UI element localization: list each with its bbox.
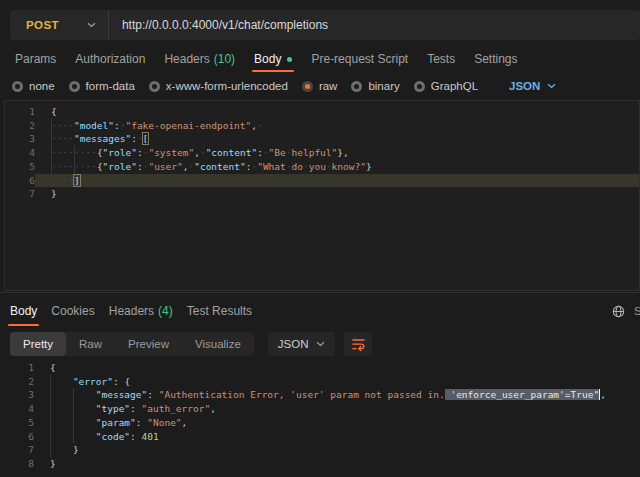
- view-visualize[interactable]: Visualize: [182, 332, 254, 356]
- token-pun: :·: [114, 120, 125, 131]
- whitespace-dot: ·: [326, 161, 332, 172]
- indent-guide: [51, 132, 52, 146]
- method-selector[interactable]: POST: [10, 19, 96, 31]
- code-line: 2 "error": {: [4, 375, 640, 389]
- tab-headers[interactable]: Headers(10): [164, 46, 235, 72]
- indent-guide: [50, 416, 51, 430]
- request-body-editor[interactable]: 1{2····"model":·"fake-openai-endpoint",·…: [4, 100, 640, 291]
- token-pun: :·: [137, 161, 148, 172]
- tab-label: Body: [254, 52, 281, 66]
- indent-guide: [73, 402, 74, 416]
- indent-guide: [51, 119, 52, 133]
- tab-settings[interactable]: Settings: [474, 46, 517, 72]
- tab-label: Headers: [164, 52, 209, 66]
- mode-raw[interactable]: raw: [302, 80, 338, 92]
- line-number: 7: [4, 443, 34, 457]
- response-tab-label: Test Results: [187, 304, 252, 318]
- code-content: "type": "auth_error",: [34, 402, 640, 416]
- tab-body[interactable]: Body: [254, 46, 292, 72]
- body-language-select[interactable]: JSON: [509, 80, 556, 92]
- line-number: 7: [5, 187, 35, 201]
- indent-guide: [74, 146, 75, 160]
- radio-icon: [69, 81, 80, 92]
- tab-label: Params: [15, 52, 56, 66]
- indent-guide: [50, 388, 51, 402]
- token-key: "role": [103, 161, 137, 172]
- tab-pre-request-script[interactable]: Pre-request Script: [311, 46, 408, 72]
- mode-label: GraphQL: [431, 80, 478, 92]
- mode-label: form-data: [86, 80, 135, 92]
- view-preview[interactable]: Preview: [115, 332, 182, 356]
- globe-icon[interactable]: [612, 305, 625, 318]
- code-content: "message": "Authentication Error, 'user'…: [34, 388, 640, 402]
- line-number: 5: [5, 160, 35, 174]
- line-number: 3: [4, 388, 34, 402]
- whitespace-dot: ·: [286, 147, 292, 158]
- token-key: "role": [103, 147, 137, 158]
- mode-x-www-form-urlencoded[interactable]: x-www-form-urlencoded: [149, 80, 288, 92]
- whitespace-dot: ·: [137, 133, 143, 144]
- tab-params[interactable]: Params: [15, 46, 56, 72]
- mode-label: raw: [319, 80, 338, 92]
- code-line: 4········{"role":·"system",·"content":·"…: [5, 146, 639, 160]
- chevron-down-icon: [87, 22, 96, 28]
- token-pun: ,: [210, 403, 216, 414]
- response-tab-headers[interactable]: Headers(4): [109, 296, 173, 326]
- token-bracket: [: [143, 133, 149, 144]
- code-line: 6····]: [5, 174, 639, 188]
- view-pretty[interactable]: Pretty: [10, 332, 66, 356]
- token-ws: ····: [51, 133, 74, 144]
- url-input[interactable]: http://0.0.0.0:4000/v1/chat/completions: [109, 18, 328, 32]
- token-key: "content": [206, 147, 257, 158]
- code-content: ········{"role":·"system",·"content":·"B…: [35, 146, 639, 160]
- response-tab-body[interactable]: Body: [10, 296, 37, 326]
- indent-guide: [74, 160, 75, 174]
- mode-label: none: [29, 80, 55, 92]
- postman-window: POST http://0.0.0.0:4000/v1/chat/complet…: [0, 0, 640, 477]
- response-body-editor[interactable]: 1{2 "error": {3 "message": "Authenticati…: [4, 358, 640, 477]
- tab-tests[interactable]: Tests: [427, 46, 455, 72]
- code-content: ····"model":·"fake-openai-endpoint",·: [35, 119, 639, 133]
- line-number: 1: [5, 105, 35, 119]
- response-status-icons: S: [612, 296, 640, 326]
- response-tab-label: Body: [10, 304, 37, 318]
- response-tab-test-results[interactable]: Test Results: [187, 296, 252, 326]
- token-pun: :·: [131, 133, 142, 144]
- token-ws: ····: [51, 175, 74, 186]
- word-wrap-button[interactable]: [344, 332, 372, 356]
- token-pun: :: [130, 403, 141, 414]
- status-text-clipped: S: [634, 305, 640, 317]
- token-str: "Authentication Error, 'user' param not …: [159, 389, 445, 400]
- token-pun: }: [51, 188, 57, 199]
- token-ws: [50, 444, 73, 455]
- response-tab-cookies[interactable]: Cookies: [51, 296, 94, 326]
- mode-none[interactable]: none: [12, 80, 55, 92]
- response-view-switch: PrettyRawPreviewVisualize: [10, 332, 254, 356]
- code-line: 3····"messages":·[: [5, 132, 639, 146]
- view-raw[interactable]: Raw: [66, 332, 115, 356]
- mode-form-data[interactable]: form-data: [69, 80, 135, 92]
- tab-authorization[interactable]: Authorization: [75, 46, 145, 72]
- code-content: "param": "None",: [34, 416, 640, 430]
- mode-binary[interactable]: binary: [351, 80, 399, 92]
- line-number: 3: [5, 132, 35, 146]
- indent-guide: [51, 160, 52, 174]
- tab-count-badge: (4): [158, 304, 173, 318]
- token-key: "param": [96, 417, 136, 428]
- response-language-select[interactable]: JSON: [268, 332, 336, 356]
- line-number: 8: [4, 457, 34, 471]
- code-content: ····"messages":·[: [35, 132, 639, 146]
- radio-icon: [302, 81, 313, 92]
- indent-guide: [73, 430, 74, 444]
- mode-label: x-www-form-urlencoded: [166, 80, 288, 92]
- token-pun: }: [50, 458, 56, 469]
- word-wrap-icon: [351, 337, 366, 352]
- unsaved-dot: [287, 57, 292, 62]
- line-number: 5: [4, 416, 34, 430]
- mode-graphql[interactable]: GraphQL: [414, 80, 478, 92]
- token-num: 401: [142, 431, 159, 442]
- code-content: ········{"role":·"user",·"content":·"Wha…: [35, 160, 639, 174]
- code-line: 6 "code": 401: [4, 430, 640, 444]
- request-tabs: ParamsAuthorizationHeaders(10)BodyPre-re…: [15, 46, 640, 72]
- section-divider: [0, 292, 640, 293]
